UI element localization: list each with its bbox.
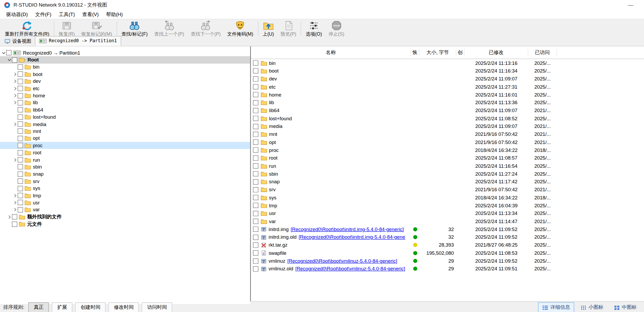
toolbar-reopen-all-files-button[interactable]: 重新打开所有文件(R) (2, 19, 53, 38)
file-row[interactable]: sys 2018/4/24 16:34:22 2018/... (251, 194, 644, 201)
file-link[interactable]: [Recognized0\Root\boot\vmlinuz-5.4.0-84-… (295, 266, 405, 272)
column-header-accessed[interactable]: 已访问 (528, 49, 557, 56)
file-row[interactable]: mnt 2021/9/16 07:50:42 2021/... (251, 130, 644, 138)
tree-item[interactable]: proc (0, 142, 250, 149)
sort-access-time-button[interactable]: 访问时间 (142, 302, 172, 312)
chevron-right-icon[interactable] (7, 215, 12, 219)
checkbox[interactable] (6, 50, 11, 55)
view-details-button[interactable]: 详细信息 (538, 302, 574, 312)
tree-item[interactable]: home (0, 92, 250, 99)
checkbox[interactable] (253, 171, 258, 176)
column-header-size[interactable]: 大小, 字节 (419, 49, 456, 56)
file-row[interactable]: lib 2025/2/24 11:13:36 2025/... (251, 99, 644, 107)
view-small-icons-button[interactable]: 小图标 (577, 302, 608, 312)
checkbox[interactable] (18, 114, 23, 120)
file-row[interactable]: snap 2025/2/24 11:17:42 2025/... (251, 178, 644, 186)
checkbox[interactable] (18, 64, 23, 70)
file-row[interactable]: tmp 2025/2/24 16:04:39 2025/... (251, 201, 644, 209)
file-row[interactable]: run 2025/2/24 11:16:54 2025/... (251, 162, 644, 170)
checkbox[interactable] (253, 124, 258, 129)
sort-creation-time-button[interactable]: 创建时间 (75, 302, 106, 312)
tree-item[interactable]: Root (0, 56, 250, 64)
menu-file[interactable]: 文件(F) (31, 10, 55, 19)
toolbar-preview-button[interactable]: 预览(P) (277, 19, 300, 38)
chevron-right-icon[interactable] (12, 79, 18, 84)
checkbox[interactable] (18, 207, 23, 212)
checkbox[interactable] (253, 258, 258, 263)
checkbox[interactable] (18, 107, 23, 112)
toolbar-file-mask-button[interactable]: 文件掩码(M) (224, 19, 256, 38)
sort-extensions-button[interactable]: 扩展 (52, 302, 73, 312)
column-header-modified[interactable]: 已修改 (464, 49, 528, 56)
checkbox[interactable] (12, 57, 17, 63)
toolbar-find-next-button[interactable]: 查找下一个(P) (187, 19, 224, 38)
checkbox[interactable] (253, 195, 258, 200)
tree-item[interactable]: snap (0, 171, 250, 178)
tree-item[interactable]: tmp (0, 192, 250, 199)
file-row[interactable]: sbin 2025/2/24 11:27:24 2025/... (251, 170, 644, 178)
checkbox[interactable] (253, 155, 258, 161)
checkbox[interactable] (18, 93, 23, 98)
chevron-right-icon[interactable] (12, 101, 18, 105)
checkbox[interactable] (253, 227, 258, 232)
tree-item[interactable]: dev (0, 78, 250, 85)
checkbox[interactable] (253, 132, 258, 137)
file-row[interactable]: lib64 2025/2/24 11:09:07 2021/... (251, 107, 644, 114)
checkbox[interactable] (18, 186, 23, 191)
checkbox[interactable] (253, 234, 258, 240)
tree-item[interactable]: sbin (0, 163, 250, 170)
checkbox[interactable] (253, 179, 258, 184)
chevron-right-icon[interactable] (12, 122, 18, 126)
menu-view[interactable]: 查看(V) (79, 10, 102, 19)
checkbox[interactable] (18, 100, 23, 105)
checkbox[interactable] (18, 179, 23, 184)
file-row[interactable]: initrd.img [Recognized0\Root\boot\initrd… (251, 225, 644, 233)
checkbox[interactable] (253, 116, 258, 121)
checkbox[interactable] (253, 187, 258, 192)
file-row[interactable]: root 2025/2/24 11:08:57 2025/... (251, 154, 644, 162)
file-row[interactable]: dev 2025/2/24 11:09:07 2025/... (251, 75, 644, 83)
tree-item[interactable]: media (0, 121, 250, 128)
checkbox[interactable] (18, 79, 23, 84)
file-row[interactable]: home 2025/2/24 11:16:01 2025/... (251, 91, 644, 99)
tree-item[interactable]: lost+found (0, 113, 250, 121)
checkbox[interactable] (18, 86, 23, 91)
file-row[interactable]: var 2025/2/24 11:14:47 2021/... (251, 217, 644, 225)
checkbox[interactable] (253, 108, 258, 113)
checkbox[interactable] (253, 68, 258, 74)
checkbox[interactable] (253, 211, 258, 216)
minimize-button[interactable]: — (621, 2, 640, 8)
checkbox[interactable] (253, 147, 258, 153)
file-row[interactable]: media 2025/2/24 11:09:07 2021/... (251, 122, 644, 130)
tree-item[interactable]: mnt (0, 128, 250, 135)
sort-modification-time-button[interactable]: 修改时间 (109, 302, 139, 312)
tree-item[interactable]: 元文件 (0, 220, 250, 228)
file-row[interactable]: rkt.tar.gz 28,393 2021/8/27 06:48:25 202… (251, 241, 644, 249)
checkbox[interactable] (253, 163, 258, 169)
checkbox[interactable] (18, 136, 23, 141)
tree-item[interactable]: 额外找到的文件 (0, 213, 250, 220)
checkbox[interactable] (253, 60, 258, 66)
tree-item[interactable]: lib64 (0, 106, 250, 113)
file-link[interactable]: [Recognized0\Root\boot\initrd.img-5.4.0-… (299, 234, 405, 240)
file-row[interactable]: vmlinuz [Recognized0\Root\boot\vmlinuz-5… (251, 257, 644, 265)
chevron-right-icon[interactable] (12, 94, 18, 98)
checkbox[interactable] (253, 76, 258, 81)
chevron-right-icon[interactable] (12, 87, 18, 91)
checkbox[interactable] (253, 266, 258, 271)
menu-help[interactable]: 帮助(H) (102, 10, 126, 19)
tree-item[interactable]: lib (0, 99, 250, 106)
file-row[interactable]: etc 2025/2/24 11:27:31 2025/... (251, 83, 644, 91)
tree-item[interactable]: usr (0, 199, 250, 206)
toolbar-recover-marked-button[interactable]: 恢复标记的(M) (78, 19, 115, 38)
checkbox[interactable] (18, 150, 23, 155)
file-link[interactable]: [Recognized0\Root\boot\initrd.img-5.4.0-… (291, 226, 404, 232)
column-header-created[interactable]: 创 (456, 49, 464, 56)
chevron-right-icon[interactable] (12, 208, 18, 212)
file-row[interactable]: bin 2025/2/24 11:13:16 2025/... (251, 59, 644, 67)
file-row[interactable]: lost+found 2025/2/24 11:08:52 2025/... (251, 114, 644, 122)
tree-item[interactable]: etc (0, 85, 250, 92)
checkbox[interactable] (253, 242, 258, 248)
chevron-right-icon[interactable] (12, 200, 18, 205)
checkbox[interactable] (18, 122, 23, 127)
